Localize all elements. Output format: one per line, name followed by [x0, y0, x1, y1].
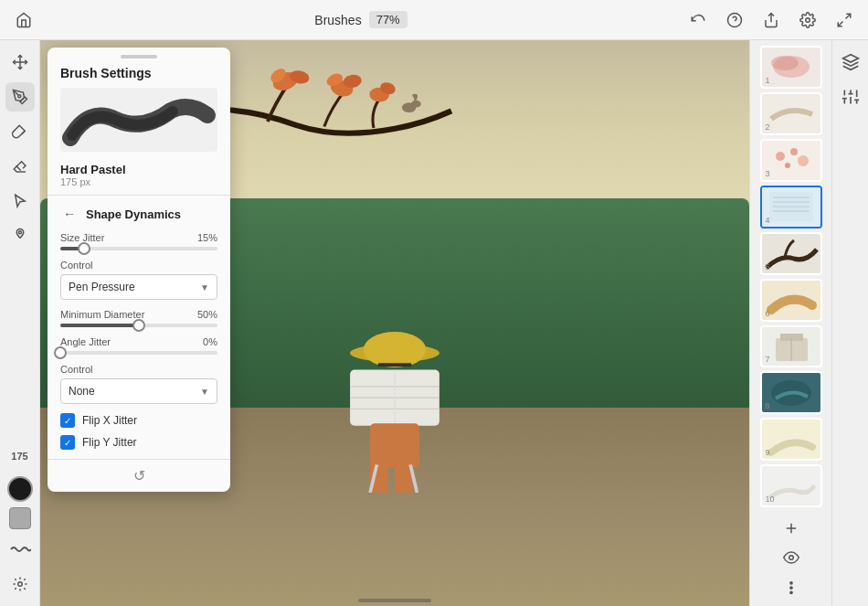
section-title: Shape Dynamics: [86, 207, 181, 221]
control-select-2[interactable]: None ▼: [60, 378, 217, 404]
expand-button[interactable]: [831, 7, 857, 33]
right-sidebar: [831, 40, 868, 606]
left-toolbar: 175: [0, 40, 40, 606]
size-jitter-value: 15%: [197, 232, 217, 243]
layers-button[interactable]: [836, 48, 865, 77]
canvas-scrollbar[interactable]: [358, 599, 431, 602]
flip-x-label: Flip X Jitter: [82, 414, 137, 427]
panel-drag-handle[interactable]: [121, 55, 157, 58]
angle-jitter-track[interactable]: [60, 351, 217, 355]
brush-size-text: 175 px: [48, 176, 230, 195]
brush-thumb-8[interactable]: 8: [760, 371, 822, 414]
min-diameter-thumb[interactable]: [132, 319, 145, 332]
canvas-area[interactable]: Brush Settings Hard Pastel 175 px ← Shap…: [40, 40, 749, 606]
panel-title: Brush Settings: [48, 66, 230, 88]
svg-rect-24: [378, 363, 412, 367]
angle-jitter-thumb[interactable]: [54, 346, 67, 359]
angle-jitter-label: Angle Jitter: [60, 336, 111, 347]
min-diameter-value: 50%: [197, 309, 217, 320]
brush-thumb-10[interactable]: 10: [760, 464, 822, 507]
add-layer-button[interactable]: [777, 515, 806, 541]
size-jitter-row: Size Jitter 15%: [48, 229, 230, 256]
min-diameter-track[interactable]: [60, 324, 217, 327]
undo-button[interactable]: [685, 7, 711, 33]
wavy-line-tool[interactable]: [5, 535, 35, 564]
flip-y-checkbox[interactable]: ✓: [60, 435, 75, 450]
visibility-button[interactable]: [777, 545, 806, 571]
svg-point-65: [789, 581, 791, 583]
svg-point-45: [785, 163, 790, 168]
home-button[interactable]: [11, 7, 37, 33]
svg-point-66: [789, 587, 791, 589]
brush-thumb-3[interactable]: 3: [760, 139, 822, 182]
back-button[interactable]: ←: [60, 205, 79, 223]
shape-dynamics-header: ← Shape Dynamics: [48, 196, 230, 229]
svg-line-5: [838, 21, 842, 26]
brush-tool[interactable]: [5, 82, 35, 112]
main-area: 175: [0, 40, 868, 606]
thumb-index-8: 8: [766, 401, 770, 410]
control-select-1[interactable]: Pen Pressure ▼: [60, 274, 217, 300]
settings-tool[interactable]: [5, 569, 35, 599]
svg-point-39: [771, 56, 799, 70]
svg-point-67: [789, 591, 791, 593]
reset-button[interactable]: ↺: [133, 467, 145, 484]
brush-size-display: 175: [5, 441, 35, 471]
brush-thumb-1[interactable]: 1: [760, 46, 822, 89]
flip-y-label: Flip Y Jitter: [82, 436, 137, 449]
help-button[interactable]: [722, 7, 747, 33]
brush-thumb-7[interactable]: 7: [760, 325, 822, 368]
svg-point-44: [798, 155, 809, 166]
svg-point-21: [411, 101, 421, 108]
svg-rect-41: [762, 139, 820, 182]
svg-line-9: [21, 131, 25, 134]
fill-tool[interactable]: [5, 117, 35, 146]
share-button[interactable]: [758, 7, 784, 33]
panel-footer: ↺: [48, 459, 230, 492]
svg-point-11: [17, 582, 22, 587]
min-diameter-row: Minimum Diameter 50%: [48, 305, 230, 333]
size-jitter-track[interactable]: [60, 247, 217, 250]
brush-preview: [60, 88, 217, 152]
svg-point-42: [776, 152, 785, 161]
control-select-2-arrow: ▼: [200, 387, 209, 397]
thumb-index-10: 10: [766, 494, 775, 504]
control-row-1: Control Pen Pressure ▼: [48, 256, 230, 305]
flip-x-checkbox[interactable]: ✓: [60, 413, 75, 428]
select-tool[interactable]: [5, 186, 35, 216]
brush-thumb-9[interactable]: 9: [760, 418, 822, 461]
more-options-button[interactable]: [777, 574, 806, 601]
angle-jitter-label-row: Angle Jitter 0%: [60, 336, 217, 347]
svg-marker-68: [842, 55, 858, 62]
document-title: Brushes: [314, 13, 361, 27]
eraser-tool[interactable]: [5, 152, 35, 181]
brush-name: Hard Pastel: [48, 159, 230, 176]
top-bar-right: [685, 7, 857, 33]
min-diameter-fill: [60, 324, 139, 327]
brush-thumb-4[interactable]: 4: [760, 186, 822, 229]
control-select-2-value: None: [69, 385, 95, 398]
flip-x-row: ✓ Flip X Jitter: [48, 409, 230, 431]
svg-point-8: [17, 95, 20, 98]
brush-thumb-6[interactable]: 6: [760, 279, 822, 322]
thumb-index-5: 5: [766, 262, 770, 271]
settings-button[interactable]: [795, 7, 820, 33]
control-row-2: Control None ▼: [48, 360, 230, 409]
stamp-tool[interactable]: [5, 221, 35, 250]
adjustments-button[interactable]: [836, 82, 865, 112]
svg-line-4: [845, 14, 850, 18]
angle-jitter-row: Angle Jitter 0%: [48, 333, 230, 360]
svg-point-64: [789, 556, 793, 560]
brush-thumb-5[interactable]: 5: [760, 232, 822, 275]
control-select-1-value: Pen Pressure: [69, 281, 135, 293]
zoom-level[interactable]: 77%: [369, 11, 408, 28]
size-jitter-thumb[interactable]: [78, 242, 90, 255]
background-color[interactable]: [9, 507, 31, 529]
move-tool[interactable]: [5, 48, 35, 77]
control-label-2: Control: [60, 364, 217, 375]
brush-thumb-2[interactable]: 2: [760, 92, 822, 135]
foreground-color[interactable]: [7, 476, 33, 502]
thumb-index-9: 9: [766, 448, 770, 457]
control-label-1: Control: [60, 260, 217, 271]
thumb-index-6: 6: [766, 309, 770, 318]
